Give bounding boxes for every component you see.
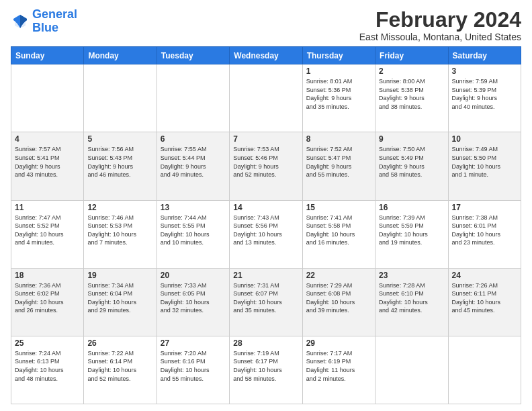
calendar-cell: 21Sunrise: 7:31 AMSunset: 6:07 PMDayligh… [230, 268, 302, 336]
calendar-cell: 4Sunrise: 7:57 AMSunset: 5:41 PMDaylight… [11, 132, 84, 200]
calendar-cell: 12Sunrise: 7:46 AMSunset: 5:53 PMDayligh… [84, 200, 157, 268]
logo-line2: Blue [32, 21, 58, 34]
calendar-cell: 1Sunrise: 8:01 AMSunset: 5:36 PMDaylight… [302, 64, 375, 132]
day-number: 1 [306, 66, 371, 76]
header-monday: Monday [84, 47, 157, 64]
calendar-cell [84, 64, 157, 132]
calendar-cell: 2Sunrise: 8:00 AMSunset: 5:38 PMDaylight… [375, 64, 448, 132]
calendar-cell [448, 336, 521, 404]
calendar-cell: 20Sunrise: 7:33 AMSunset: 6:05 PMDayligh… [157, 268, 229, 336]
calendar-cell: 11Sunrise: 7:47 AMSunset: 5:52 PMDayligh… [11, 200, 84, 268]
day-details: Sunrise: 7:59 AMSunset: 5:39 PMDaylight:… [452, 77, 517, 111]
calendar-cell: 26Sunrise: 7:22 AMSunset: 6:14 PMDayligh… [84, 336, 157, 404]
day-number: 29 [306, 338, 371, 348]
day-details: Sunrise: 7:41 AMSunset: 5:58 PMDaylight:… [306, 214, 371, 247]
day-number: 23 [379, 271, 444, 280]
day-number: 13 [161, 203, 226, 212]
header: General Blue February 2024 East Missoula… [11, 8, 521, 42]
calendar-cell: 10Sunrise: 7:49 AMSunset: 5:50 PMDayligh… [448, 132, 521, 200]
calendar-week-5: 25Sunrise: 7:24 AMSunset: 6:13 PMDayligh… [11, 336, 521, 404]
calendar-header-row: Sunday Monday Tuesday Wednesday Thursday… [11, 47, 521, 64]
calendar-cell: 22Sunrise: 7:29 AMSunset: 6:08 PMDayligh… [302, 268, 375, 336]
day-details: Sunrise: 7:49 AMSunset: 5:50 PMDaylight:… [452, 145, 517, 179]
calendar-cell: 9Sunrise: 7:50 AMSunset: 5:49 PMDaylight… [375, 132, 448, 200]
calendar-cell [11, 64, 84, 132]
calendar-table: Sunday Monday Tuesday Wednesday Thursday… [11, 46, 521, 404]
day-number: 25 [15, 338, 80, 348]
day-number: 28 [233, 338, 298, 348]
header-saturday: Saturday [448, 47, 521, 64]
day-number: 14 [233, 203, 298, 212]
day-number: 27 [161, 338, 226, 348]
day-number: 3 [452, 66, 517, 76]
day-number: 4 [15, 134, 80, 144]
day-details: Sunrise: 8:01 AMSunset: 5:36 PMDaylight:… [306, 77, 371, 111]
day-details: Sunrise: 7:33 AMSunset: 6:05 PMDaylight:… [161, 281, 226, 315]
day-number: 16 [379, 203, 444, 212]
day-details: Sunrise: 7:26 AMSunset: 6:11 PMDaylight:… [452, 281, 517, 315]
day-details: Sunrise: 7:50 AMSunset: 5:49 PMDaylight:… [379, 145, 444, 179]
day-details: Sunrise: 7:43 AMSunset: 5:56 PMDaylight:… [233, 214, 298, 247]
day-number: 8 [306, 134, 371, 144]
day-details: Sunrise: 7:17 AMSunset: 6:19 PMDaylight:… [306, 349, 371, 383]
day-details: Sunrise: 7:36 AMSunset: 6:02 PMDaylight:… [15, 281, 80, 315]
day-number: 21 [233, 271, 298, 280]
calendar-week-2: 4Sunrise: 7:57 AMSunset: 5:41 PMDaylight… [11, 132, 521, 200]
day-details: Sunrise: 7:56 AMSunset: 5:43 PMDaylight:… [87, 145, 152, 179]
calendar-cell: 8Sunrise: 7:52 AMSunset: 5:47 PMDaylight… [302, 132, 375, 200]
day-details: Sunrise: 7:38 AMSunset: 6:01 PMDaylight:… [452, 214, 517, 247]
calendar-cell: 18Sunrise: 7:36 AMSunset: 6:02 PMDayligh… [11, 268, 84, 336]
day-number: 22 [306, 271, 371, 280]
calendar-cell: 16Sunrise: 7:39 AMSunset: 5:59 PMDayligh… [375, 200, 448, 268]
header-sunday: Sunday [11, 47, 84, 64]
day-details: Sunrise: 7:55 AMSunset: 5:44 PMDaylight:… [161, 145, 226, 179]
logo-line1: General [32, 7, 77, 21]
day-details: Sunrise: 7:31 AMSunset: 6:07 PMDaylight:… [233, 281, 298, 315]
main-title: February 2024 [359, 8, 521, 32]
calendar-cell: 7Sunrise: 7:53 AMSunset: 5:46 PMDaylight… [230, 132, 302, 200]
calendar-cell: 23Sunrise: 7:28 AMSunset: 6:10 PMDayligh… [375, 268, 448, 336]
day-details: Sunrise: 7:39 AMSunset: 5:59 PMDaylight:… [379, 214, 444, 247]
day-details: Sunrise: 8:00 AMSunset: 5:38 PMDaylight:… [379, 77, 444, 111]
calendar-cell [230, 64, 302, 132]
calendar-cell [157, 64, 229, 132]
calendar-cell: 5Sunrise: 7:56 AMSunset: 5:43 PMDaylight… [84, 132, 157, 200]
day-details: Sunrise: 7:47 AMSunset: 5:52 PMDaylight:… [15, 214, 80, 247]
day-details: Sunrise: 7:53 AMSunset: 5:46 PMDaylight:… [233, 145, 298, 179]
day-number: 5 [87, 134, 152, 144]
day-number: 12 [87, 203, 152, 212]
day-details: Sunrise: 7:19 AMSunset: 6:17 PMDaylight:… [233, 349, 298, 383]
title-block: February 2024 East Missoula, Montana, Un… [359, 8, 521, 42]
calendar-cell [375, 336, 448, 404]
day-details: Sunrise: 7:34 AMSunset: 6:04 PMDaylight:… [87, 281, 152, 315]
day-number: 18 [15, 271, 80, 280]
day-number: 17 [452, 203, 517, 212]
calendar-cell: 27Sunrise: 7:20 AMSunset: 6:16 PMDayligh… [157, 336, 229, 404]
calendar-cell: 19Sunrise: 7:34 AMSunset: 6:04 PMDayligh… [84, 268, 157, 336]
day-number: 15 [306, 203, 371, 212]
day-details: Sunrise: 7:28 AMSunset: 6:10 PMDaylight:… [379, 281, 444, 315]
header-thursday: Thursday [302, 47, 375, 64]
day-details: Sunrise: 7:20 AMSunset: 6:16 PMDaylight:… [161, 349, 226, 383]
calendar-week-1: 1Sunrise: 8:01 AMSunset: 5:36 PMDaylight… [11, 64, 521, 132]
day-details: Sunrise: 7:57 AMSunset: 5:41 PMDaylight:… [15, 145, 80, 179]
header-wednesday: Wednesday [230, 47, 302, 64]
calendar-cell: 29Sunrise: 7:17 AMSunset: 6:19 PMDayligh… [302, 336, 375, 404]
day-number: 9 [379, 134, 444, 144]
calendar-cell: 15Sunrise: 7:41 AMSunset: 5:58 PMDayligh… [302, 200, 375, 268]
logo-icon [11, 12, 30, 31]
calendar-week-3: 11Sunrise: 7:47 AMSunset: 5:52 PMDayligh… [11, 200, 521, 268]
calendar-cell: 17Sunrise: 7:38 AMSunset: 6:01 PMDayligh… [448, 200, 521, 268]
day-number: 7 [233, 134, 298, 144]
day-details: Sunrise: 7:22 AMSunset: 6:14 PMDaylight:… [87, 349, 152, 383]
day-details: Sunrise: 7:44 AMSunset: 5:55 PMDaylight:… [161, 214, 226, 247]
header-tuesday: Tuesday [157, 47, 229, 64]
day-details: Sunrise: 7:29 AMSunset: 6:08 PMDaylight:… [306, 281, 371, 315]
logo-text: General Blue [32, 8, 77, 35]
day-number: 11 [15, 203, 80, 212]
day-details: Sunrise: 7:46 AMSunset: 5:53 PMDaylight:… [87, 214, 152, 247]
calendar-cell: 13Sunrise: 7:44 AMSunset: 5:55 PMDayligh… [157, 200, 229, 268]
day-number: 26 [87, 338, 152, 348]
day-details: Sunrise: 7:24 AMSunset: 6:13 PMDaylight:… [15, 349, 80, 383]
day-number: 19 [87, 271, 152, 280]
